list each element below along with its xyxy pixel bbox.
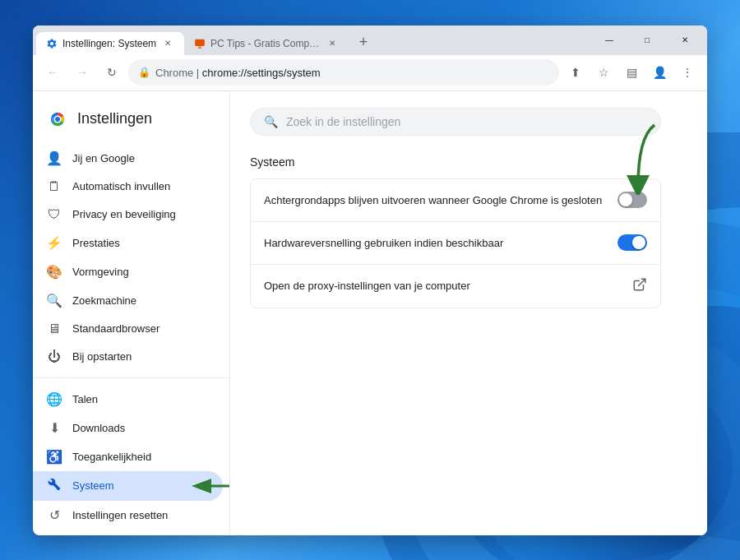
search-bar-icon: 🔍 bbox=[264, 115, 278, 128]
search-input[interactable]: Zoek in de instellingen bbox=[286, 115, 400, 128]
settings-card: Achtergrondapps blijven uitvoeren wannee… bbox=[250, 178, 661, 308]
background-apps-toggle[interactable] bbox=[617, 192, 647, 208]
document-icon: 🗒 bbox=[46, 179, 62, 194]
menu-icon: ⋮ bbox=[682, 66, 693, 79]
section-title: Systeem bbox=[250, 155, 687, 169]
sidebar-item-zoekmachine[interactable]: 🔍 Zoekmachine bbox=[33, 286, 223, 315]
address-text: Chrome | chrome://settings/system bbox=[155, 67, 549, 79]
tab-pctips[interactable]: PC Tips - Gratis Computer Tips, ✕ bbox=[184, 32, 349, 55]
sidebar-item-vormgeving[interactable]: 🎨 Vormgeving bbox=[33, 257, 223, 286]
sidebar-item-standaardbrowser[interactable]: 🖥 Standaardbrowser bbox=[33, 315, 223, 343]
back-button[interactable]: ← bbox=[39, 59, 66, 86]
search-bar[interactable]: 🔍 Zoek in de instellingen bbox=[250, 108, 661, 136]
toggle-knob-hardware bbox=[632, 236, 645, 249]
sidebar-toggle-icon: ▤ bbox=[627, 66, 637, 79]
svg-rect-4 bbox=[195, 39, 205, 45]
gauge-icon: ⚡ bbox=[46, 235, 62, 251]
sidebar-label-vormgeving: Vormgeving bbox=[72, 266, 129, 278]
toolbar-actions: ⬆ ☆ ▤ 👤 ⋮ bbox=[562, 59, 701, 86]
sidebar-label-jij-en-google: Jij en Google bbox=[72, 152, 135, 164]
sidebar-item-bij-opstarten[interactable]: ⏻ Bij opstarten bbox=[33, 343, 223, 371]
bookmark-button[interactable]: ☆ bbox=[590, 59, 617, 86]
sidebar-item-autofill[interactable]: 🗒 Automatisch invullen bbox=[33, 173, 223, 201]
sidebar-label-prestaties: Prestaties bbox=[72, 237, 120, 249]
forward-button[interactable]: → bbox=[69, 59, 95, 86]
sidebar-label-instellingen-resetten: Instellingen resetten bbox=[72, 509, 168, 521]
wrench-icon bbox=[46, 478, 62, 494]
sidebar-separator-1 bbox=[33, 377, 229, 378]
hardware-acceleration-toggle[interactable] bbox=[617, 234, 647, 251]
share-icon: ⬆ bbox=[571, 66, 580, 79]
sidebar-label-talen: Talen bbox=[72, 393, 98, 405]
sidebar-item-toegankelijkheid[interactable]: ♿ Toegankelijkheid bbox=[33, 442, 223, 471]
menu-button[interactable]: ⋮ bbox=[674, 59, 701, 86]
paint-icon: 🎨 bbox=[46, 264, 62, 280]
sidebar-item-talen[interactable]: 🌐 Talen bbox=[33, 385, 223, 414]
background-apps-row: Achtergrondapps blijven uitvoeren wannee… bbox=[251, 179, 660, 222]
bookmark-icon: ☆ bbox=[599, 66, 609, 79]
browser-window: Instellingen: Systeem ✕ PC Tips - Gratis… bbox=[33, 25, 707, 535]
sidebar-title: Instellingen bbox=[77, 110, 152, 127]
tabs-area: Instellingen: Systeem ✕ PC Tips - Gratis… bbox=[33, 25, 587, 55]
sidebar-label-bij-opstarten: Bij opstarten bbox=[72, 350, 132, 363]
tab-close-settings[interactable]: ✕ bbox=[161, 37, 174, 50]
sidebar-label-systeem: Systeem bbox=[72, 479, 114, 492]
settings-card-container: Achtergrondapps blijven uitvoeren wannee… bbox=[250, 178, 687, 308]
share-button[interactable]: ⬆ bbox=[562, 59, 589, 86]
tab-favicon-pctips bbox=[194, 38, 206, 49]
reload-button[interactable]: ↻ bbox=[99, 59, 125, 86]
sidebar-item-instellingen-resetten[interactable]: ↺ Instellingen resetten bbox=[33, 501, 223, 530]
new-tab-button[interactable]: + bbox=[352, 31, 375, 54]
chrome-logo-icon bbox=[46, 108, 69, 131]
tab-settings[interactable]: Instellingen: Systeem ✕ bbox=[36, 32, 184, 55]
sidebar-item-prestaties[interactable]: ⚡ Prestaties bbox=[33, 229, 223, 257]
profile-icon: 👤 bbox=[653, 66, 667, 79]
globe-icon: 🌐 bbox=[46, 391, 62, 407]
sidebar: Instellingen 👤 Jij en Google 🗒 Automatis… bbox=[33, 91, 230, 535]
titlebar: Instellingen: Systeem ✕ PC Tips - Gratis… bbox=[33, 25, 707, 55]
sidebar-label-autofill: Automatisch invullen bbox=[72, 180, 170, 192]
maximize-button[interactable]: □ bbox=[628, 25, 666, 55]
search-container: 🔍 Zoek in de instellingen bbox=[250, 108, 687, 136]
svg-point-8 bbox=[55, 117, 60, 122]
browser-icon: 🖥 bbox=[46, 322, 62, 336]
content-area: Instellingen 👤 Jij en Google 🗒 Automatis… bbox=[33, 91, 707, 535]
hardware-acceleration-row: Hardwareversnelling gebruiken indien bes… bbox=[251, 222, 660, 265]
sidebar-toggle-button[interactable]: ▤ bbox=[618, 59, 645, 86]
address-path: chrome://settings/system bbox=[202, 67, 321, 79]
lock-icon: 🔒 bbox=[138, 67, 150, 78]
close-button[interactable]: ✕ bbox=[666, 25, 704, 55]
sidebar-label-zoekmachine: Zoekmachine bbox=[72, 294, 136, 307]
reset-icon: ↺ bbox=[46, 507, 62, 523]
person-icon: 👤 bbox=[46, 150, 62, 166]
window-controls: — □ ✕ bbox=[587, 25, 707, 55]
sidebar-item-downloads[interactable]: ⬇ Downloads bbox=[33, 414, 223, 442]
proxy-settings-label: Open de proxy-instellingen van je comput… bbox=[264, 280, 632, 292]
tab-label-pctips: PC Tips - Gratis Computer Tips, bbox=[210, 38, 321, 49]
sidebar-item-jij-en-google[interactable]: 👤 Jij en Google bbox=[33, 144, 223, 173]
toggle-knob-background-apps bbox=[619, 193, 632, 206]
tab-close-pctips[interactable]: ✕ bbox=[326, 37, 339, 50]
proxy-external-link-icon[interactable] bbox=[632, 277, 647, 295]
toolbar: ← → ↻ 🔒 Chrome | chrome://settings/syste… bbox=[33, 55, 707, 91]
proxy-settings-row: Open de proxy-instellingen van je comput… bbox=[251, 265, 660, 308]
svg-line-9 bbox=[639, 279, 645, 285]
profile-button[interactable]: 👤 bbox=[646, 59, 673, 86]
minimize-button[interactable]: — bbox=[590, 25, 628, 55]
sidebar-item-systeem[interactable]: Systeem bbox=[33, 471, 223, 501]
tab-favicon-settings bbox=[46, 38, 58, 49]
main-content: 🔍 Zoek in de instellingen Systeem bbox=[230, 91, 707, 535]
tab-label-settings: Instellingen: Systeem bbox=[62, 38, 156, 49]
address-bar[interactable]: 🔒 Chrome | chrome://settings/system bbox=[128, 59, 559, 86]
background-apps-label: Achtergrondapps blijven uitvoeren wannee… bbox=[264, 194, 617, 206]
sidebar-label-privacy: Privacy en beveiliging bbox=[72, 208, 176, 220]
power-icon: ⏻ bbox=[46, 349, 62, 364]
sidebar-header: Instellingen bbox=[33, 98, 229, 144]
shield-icon: 🛡 bbox=[46, 207, 62, 222]
sidebar-item-privacy[interactable]: 🛡 Privacy en beveiliging bbox=[33, 201, 223, 229]
address-scheme: Chrome | bbox=[155, 67, 202, 79]
sidebar-label-standaardbrowser: Standaardbrowser bbox=[72, 322, 160, 335]
sidebar-label-downloads: Downloads bbox=[72, 422, 125, 434]
hardware-acceleration-label: Hardwareversnelling gebruiken indien bes… bbox=[264, 237, 617, 249]
accessibility-icon: ♿ bbox=[46, 449, 62, 465]
